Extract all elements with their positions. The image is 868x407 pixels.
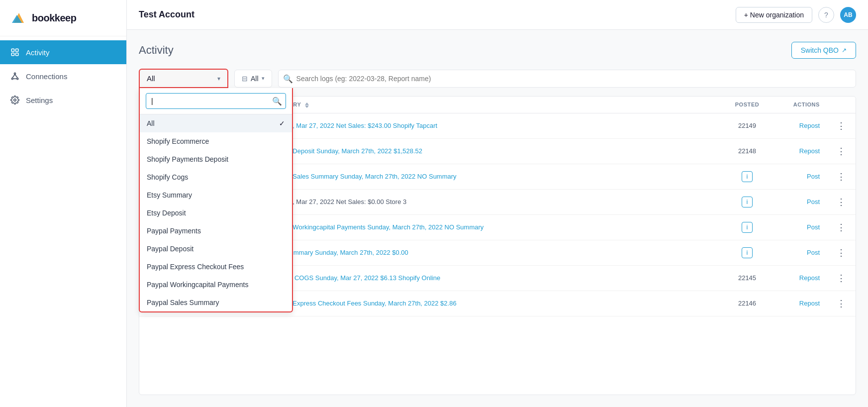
dropdown-item-all[interactable]: All ✓	[140, 114, 292, 132]
dropdown-item-label: Paypal Sales Summary	[147, 299, 219, 306]
repost-button[interactable]: Repost	[799, 300, 820, 307]
dropdown-item-label: Paypal Payments	[147, 227, 201, 235]
dropdown-item-paypal-workingcapital-payments[interactable]: Paypal Workingcapital Payments	[140, 276, 292, 294]
new-organization-button[interactable]: + New organization	[736, 7, 812, 23]
chevron-down-icon: ▾	[217, 75, 220, 82]
more-actions-button[interactable]: ⋮	[834, 221, 849, 234]
dropdown-item-label: Etsy Summary	[147, 191, 192, 199]
svg-rect-6	[16, 53, 18, 56]
more-actions-button[interactable]: ⋮	[834, 170, 849, 183]
repost-button[interactable]: Repost	[799, 274, 820, 282]
sidebar-item-settings[interactable]: Settings	[0, 88, 126, 112]
toolbar: All ▾ 🔍 All ✓	[139, 69, 856, 88]
info-icon[interactable]: i	[742, 197, 753, 207]
bookkeep-logo-icon	[10, 9, 28, 27]
help-button[interactable]: ?	[818, 7, 834, 23]
dropdown-item-label: Paypal Workingcapital Payments	[147, 281, 248, 289]
dropdown-selected-label: All	[147, 74, 155, 83]
dropdown-item-shopify-cogs[interactable]: Shopify Cogs	[140, 168, 292, 186]
page-title: Activity	[139, 44, 174, 57]
info-icon[interactable]: i	[742, 247, 753, 258]
avatar-button[interactable]: AB	[840, 7, 856, 23]
th-actions: ACTIONS	[767, 97, 827, 113]
filter-button[interactable]: ⊟ All ▾	[234, 70, 272, 88]
post-button[interactable]: Post	[807, 198, 820, 205]
external-link-icon: ↗	[842, 47, 847, 54]
post-button[interactable]: Post	[807, 223, 820, 231]
more-actions-button[interactable]: ⋮	[834, 145, 849, 158]
row-summary[interactable]: Paypal Deposit Sunday, March 27th, 2022 …	[264, 138, 727, 164]
dropdown-search-icon: 🔍	[272, 97, 282, 106]
row-posted: 22146	[727, 291, 767, 316]
filter-chevron-icon: ▾	[262, 75, 265, 82]
switch-qbo-button[interactable]: Switch QBO ↗	[791, 42, 856, 59]
row-posted: 22145	[727, 265, 767, 291]
dropdown-item-paypal-deposit[interactable]: Paypal Deposit	[140, 240, 292, 258]
search-input[interactable]	[278, 70, 856, 88]
dropdown-item-label: Shopify Ecommerce	[147, 137, 209, 145]
dropdown-item-shopify-ecommerce[interactable]: Shopify Ecommerce	[140, 132, 292, 150]
repost-button[interactable]: Repost	[799, 147, 820, 155]
account-title: Test Account	[139, 9, 194, 20]
more-actions-button[interactable]: ⋮	[834, 119, 849, 132]
more-actions-button[interactable]: ⋮	[834, 246, 849, 259]
svg-rect-3	[11, 49, 14, 51]
dropdown-search-area: 🔍	[140, 88, 292, 114]
connections-icon	[10, 71, 20, 81]
sidebar-item-label-connections: Connections	[26, 72, 67, 81]
content-area: Activity Switch QBO ↗ All ▾ 🔍	[127, 30, 868, 407]
th-summary[interactable]: SUMMARY	[264, 97, 727, 113]
type-dropdown-wrapper: All ▾ 🔍 All ✓	[139, 69, 228, 88]
row-summary[interactable]: Paypal Express Checkout Fees Sunday, Mar…	[264, 291, 727, 316]
repost-button[interactable]: Repost	[799, 122, 820, 129]
row-posted: 22149	[727, 113, 767, 138]
dropdown-item-etsy-deposit[interactable]: Etsy Deposit	[140, 204, 292, 222]
filter-icon: ⊟	[242, 75, 248, 83]
dropdown-item-label: Paypal Express Checkout Fees	[147, 263, 244, 271]
dropdown-item-label: Shopify Cogs	[147, 173, 188, 181]
row-summary[interactable]: Shopify COGS Sunday, Mar 27, 2022 $6.13 …	[264, 265, 727, 291]
main-content: Test Account + New organization ? AB Act…	[127, 0, 868, 407]
dropdown-item-label: Paypal Deposit	[147, 245, 193, 253]
type-dropdown-panel: 🔍 All ✓ Shopify Ecommerce Shopify Paymen…	[139, 88, 293, 312]
row-summary[interactable]: Sunday, Mar 27, 2022 Net Sales: $243.00 …	[264, 113, 727, 138]
svg-rect-4	[16, 49, 18, 51]
sidebar-nav: Activity Connections	[0, 36, 126, 112]
dropdown-search-wrap: 🔍	[146, 93, 286, 109]
svg-rect-5	[11, 53, 14, 56]
more-actions-button[interactable]: ⋮	[834, 297, 849, 310]
dropdown-item-paypal-express-checkout-fees[interactable]: Paypal Express Checkout Fees	[140, 258, 292, 276]
post-button[interactable]: Post	[807, 249, 820, 256]
dropdown-item-shopify-payments-deposit[interactable]: Shopify Payments Deposit	[140, 150, 292, 168]
settings-icon	[10, 95, 20, 105]
dropdown-item-etsy-summary[interactable]: Etsy Summary	[140, 186, 292, 204]
row-posted: 22148	[727, 138, 767, 164]
dropdown-item-paypal-payments[interactable]: Paypal Payments	[140, 222, 292, 240]
row-summary[interactable]: Paypal Sales Summary Sunday, March 27th,…	[264, 164, 727, 189]
more-actions-button[interactable]: ⋮	[834, 196, 849, 208]
dropdown-item-paypal-sales-summary[interactable]: Paypal Sales Summary	[140, 294, 292, 311]
svg-point-7	[14, 73, 16, 74]
filter-label: All	[251, 75, 259, 83]
info-icon[interactable]: i	[742, 222, 753, 233]
svg-point-8	[11, 78, 13, 80]
svg-line-11	[15, 74, 17, 78]
th-posted: POSTED	[727, 97, 767, 113]
header-actions: + New organization ? AB	[736, 7, 856, 23]
content-header: Activity Switch QBO ↗	[139, 42, 856, 59]
dropdown-search-input[interactable]	[146, 93, 286, 109]
row-summary: Sunday, Mar 27, 2022 Net Sales: $0.00 St…	[264, 189, 727, 214]
sidebar: bookkeep Activity	[0, 0, 127, 407]
more-actions-button[interactable]: ⋮	[834, 272, 849, 285]
check-icon: ✓	[279, 119, 285, 127]
sidebar-item-connections[interactable]: Connections	[0, 64, 126, 88]
type-dropdown-trigger[interactable]: All ▾	[139, 69, 228, 88]
dropdown-item-label: All	[147, 119, 155, 127]
post-button[interactable]: Post	[807, 173, 820, 180]
sidebar-item-activity[interactable]: Activity	[0, 40, 126, 64]
sidebar-item-label-settings: Settings	[26, 96, 53, 104]
row-summary[interactable]: Etsy Summary Sunday, March 27th, 2022 $0…	[264, 240, 727, 265]
sidebar-item-label-activity: Activity	[26, 48, 50, 57]
info-icon[interactable]: i	[742, 171, 753, 182]
row-summary[interactable]: Paypal Workingcapital Payments Sunday, M…	[264, 214, 727, 240]
